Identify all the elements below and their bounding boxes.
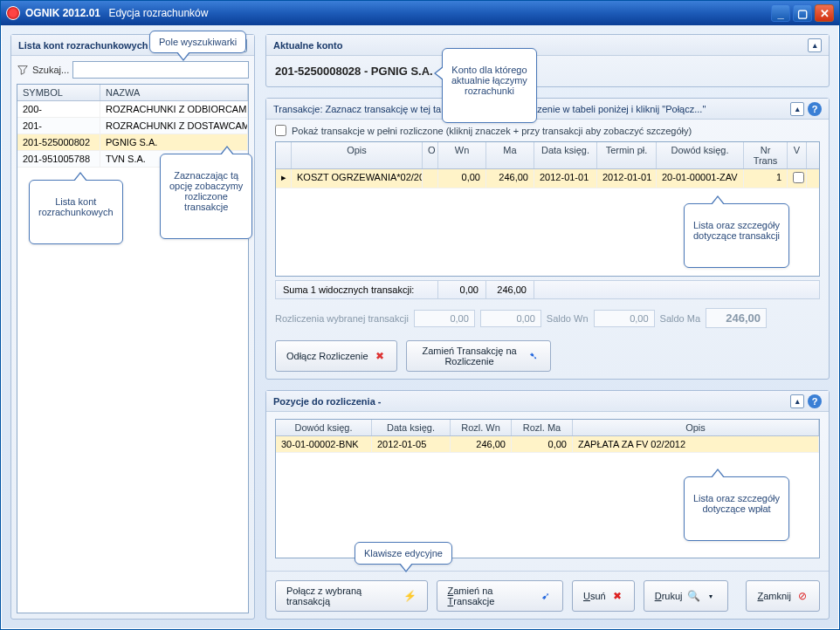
accounts-panel: Lista kont rozrachunkowych ▴ Szukaj... S… (10, 34, 255, 620)
collapse-icon[interactable]: ▴ (790, 394, 804, 408)
col-opis2[interactable]: Opis (573, 420, 819, 435)
sum-label: Suma 1 widocznych transakcji: (276, 281, 438, 298)
chevron-down-icon: ▾ (705, 590, 717, 602)
delete-icon: ✖ (611, 590, 623, 602)
callout-search: Pole wyszukiwarki (149, 31, 246, 53)
maximize-button[interactable]: ▢ (793, 4, 812, 22)
settlement-row[interactable]: 30-01-00002-BNK 2012-01-05 246,00 0,00 Z… (276, 436, 819, 453)
search-label: Szukaj... (32, 65, 69, 75)
show-settled-checkbox[interactable] (275, 125, 286, 136)
v-checkbox[interactable] (793, 172, 804, 183)
settlements-label: Rozliczenia wybranej transakcji (275, 313, 409, 324)
table-row[interactable]: 201- ROZRACHUNKI Z DOSTAWCAMI (17, 118, 248, 134)
col-v[interactable]: V (788, 142, 807, 168)
help-icon[interactable]: ? (808, 102, 822, 116)
titlebar: OGNIK 2012.01 Edycja rozrachunków _ ▢ ✕ (1, 1, 839, 25)
minimize-button[interactable]: _ (771, 4, 790, 22)
close-button[interactable]: ✕ (815, 4, 834, 22)
col-dowod[interactable]: Dowód księg. (657, 142, 744, 168)
callout-pay: Lista oraz szczegóły dotyczące wpłat (684, 476, 789, 541)
table-row-selected[interactable]: 201-525000802 PGNIG S.A. (17, 134, 248, 151)
items-header: Pozycje do rozliczenia - (273, 396, 381, 407)
window-subtitle: Edycja rozrachunków (108, 7, 208, 19)
detach-icon: ✖ (374, 350, 386, 362)
print-icon: 🔍 (687, 590, 699, 602)
col-ma[interactable]: Ma (486, 142, 534, 168)
accounts-header: Lista kont rozrachunkowych (18, 40, 148, 51)
detach-button[interactable]: Odłącz Rozliczenie ✖ (275, 340, 397, 372)
callout-checkbox: Zaznaczając tą opcję zobaczymy rozliczon… (160, 154, 252, 239)
transaction-row[interactable]: ▸ KOSZT OGRZEWANIA*02/2012 0,00 246,00 2… (276, 169, 819, 188)
connect-icon: ⚡ (404, 590, 417, 602)
col-rma[interactable]: Rozl. Ma (512, 420, 573, 435)
callout-edit: Klawisze edycyjne (355, 542, 452, 565)
delete-button[interactable]: Usuń ✖ (572, 580, 635, 612)
saldo-ma-label: Saldo Ma (660, 313, 700, 324)
account-value: 201-5250008028 - PGNIG S.A. (266, 56, 829, 86)
callout-trans: Lista oraz szczegóły dotyczące transakcj… (684, 203, 789, 268)
col-symbol[interactable]: SYMBOL (17, 85, 100, 100)
col-opis[interactable]: Opis (292, 142, 423, 168)
print-button[interactable]: Drukuj 🔍 ▾ (644, 580, 729, 612)
close-dialog-button[interactable]: Zamknij ⊘ (746, 580, 820, 612)
close-icon: ⊘ (796, 590, 809, 602)
connect-button[interactable]: Połącz z wybraną transakcją ⚡ (275, 580, 428, 612)
help-icon[interactable]: ? (808, 394, 822, 408)
current-account-panel: Aktualne konto ▴ 201-5250008028 - PGNIG … (265, 34, 830, 87)
filter-icon (17, 64, 29, 76)
checkbox-label: Pokaż transakcje w pełni rozliczone (kli… (292, 126, 692, 136)
col-termin[interactable]: Termin pł. (597, 142, 657, 168)
col-o[interactable]: O (423, 142, 438, 168)
search-input[interactable] (72, 61, 249, 79)
arrow-up-icon: ➹ (540, 590, 552, 602)
col-dowod2[interactable]: Dowód księg. (276, 420, 372, 435)
col-rwn[interactable]: Rozl. Wn (451, 420, 512, 435)
callout-accounts: Lista kont rozrachunkowych (29, 180, 123, 244)
swap-transaction-button[interactable]: Zamień Transakcję na Rozliczenie ➷ (406, 340, 551, 372)
account-header: Aktualne konto (273, 40, 342, 51)
col-data2[interactable]: Data księg. (372, 420, 451, 435)
collapse-icon[interactable]: ▴ (808, 38, 822, 52)
col-data[interactable]: Data księg. (534, 142, 597, 168)
saldo-wn-label: Saldo Wn (547, 313, 589, 324)
app-icon (6, 6, 20, 20)
arrow-down-icon: ➷ (527, 350, 540, 362)
collapse-icon[interactable]: ▴ (790, 102, 804, 116)
table-row[interactable]: 200- ROZRACHUNKI Z ODBIORCAMI (17, 101, 248, 118)
callout-account: Konto dla którego aktualnie łączymy rozr… (442, 48, 537, 123)
col-nr[interactable]: Nr Trans (744, 142, 788, 168)
window-title: OGNIK 2012.01 (25, 7, 100, 19)
col-name[interactable]: NAZWA (100, 85, 248, 100)
col-wn[interactable]: Wn (438, 142, 486, 168)
swap-to-transaction-button[interactable]: Zamień na Transakcje ➹ (437, 580, 563, 612)
